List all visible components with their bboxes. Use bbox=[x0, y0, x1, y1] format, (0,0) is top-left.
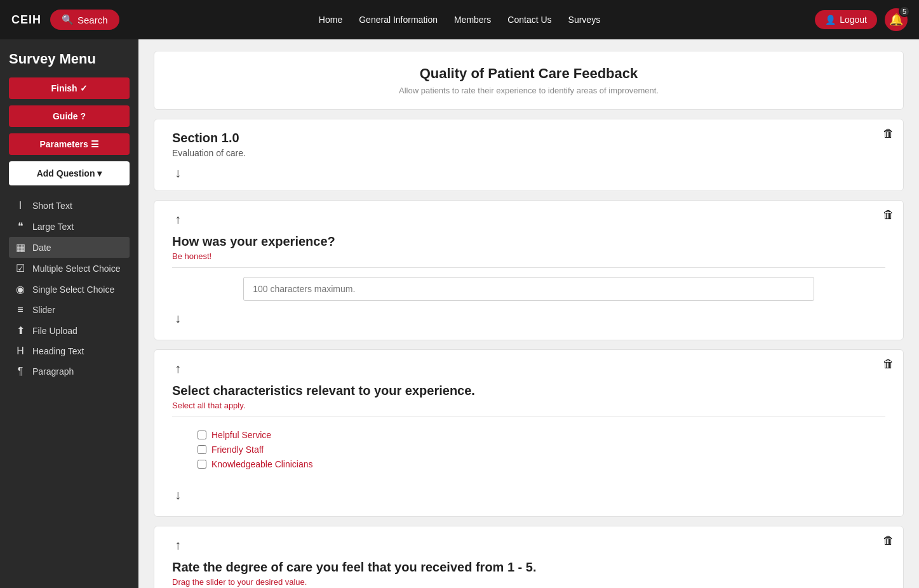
sidebar-item-label: Multiple Select Choice bbox=[32, 264, 121, 274]
sidebar-title: Survey Menu bbox=[9, 51, 130, 67]
user-icon: 👤 bbox=[825, 15, 836, 25]
single-select-icon: ◉ bbox=[14, 283, 27, 295]
paragraph-icon: ¶ bbox=[14, 366, 27, 377]
large-text-icon: ❝ bbox=[14, 220, 27, 232]
section-card: 🗑 Section 1.0 Evaluation of care. ↓ bbox=[154, 119, 904, 191]
option3-checkbox[interactable] bbox=[198, 460, 206, 469]
survey-title: Quality of Patient Care Feedback bbox=[172, 65, 885, 82]
list-item: Helpful Service bbox=[198, 430, 860, 440]
q2-title: Select characteristics relevant to your … bbox=[172, 384, 885, 398]
section-title: Section 1.0 bbox=[172, 131, 885, 145]
sidebar-item-label: Paragraph bbox=[32, 366, 74, 377]
question1-card: ↑ 🗑 How was your experience? Be honest! … bbox=[154, 200, 904, 340]
logout-button[interactable]: 👤 Logout bbox=[815, 10, 877, 29]
sidebar: Survey Menu Finish ✓ Guide ? Parameters … bbox=[0, 39, 138, 588]
guide-button[interactable]: Guide ? bbox=[9, 105, 130, 127]
heading-icon: H bbox=[14, 345, 27, 357]
add-question-button[interactable]: Add Question ▾ bbox=[9, 161, 130, 185]
survey-subtitle: Allow patients to rate their experience … bbox=[172, 86, 885, 95]
nav-contact[interactable]: Contact Us bbox=[507, 15, 551, 25]
list-item: Knowledgeable Clinicians bbox=[198, 459, 860, 469]
sidebar-item-slider[interactable]: ≡ Slider bbox=[9, 300, 130, 320]
sidebar-item-short-text[interactable]: I Short Text bbox=[9, 196, 130, 216]
parameters-button[interactable]: Parameters ☰ bbox=[9, 133, 130, 155]
survey-title-card: Quality of Patient Care Feedback Allow p… bbox=[154, 51, 904, 110]
q3-delete-button[interactable]: 🗑 bbox=[883, 534, 894, 547]
list-item: Friendly Staff bbox=[198, 444, 860, 455]
notification-badge: 5 bbox=[899, 6, 910, 17]
q3-title: Rate the degree of care you feel that yo… bbox=[172, 560, 885, 575]
section-down-arrow[interactable]: ↓ bbox=[172, 164, 184, 182]
date-icon: ▦ bbox=[14, 241, 27, 253]
nav-home[interactable]: Home bbox=[319, 15, 342, 25]
q2-up-arrow[interactable]: ↑ bbox=[172, 360, 184, 377]
option1-label: Helpful Service bbox=[211, 430, 271, 440]
q2-hint: Select all that apply. bbox=[172, 401, 885, 410]
sidebar-item-heading-text[interactable]: H Heading Text bbox=[9, 341, 130, 361]
q1-down-arrow[interactable]: ↓ bbox=[172, 310, 184, 327]
sidebar-item-label: File Upload bbox=[32, 326, 77, 336]
brand-logo: CEIH bbox=[11, 13, 41, 27]
slider-icon: ≡ bbox=[14, 304, 27, 316]
short-text-icon: I bbox=[14, 200, 27, 211]
sidebar-item-label: Slider bbox=[32, 305, 55, 315]
multiple-select-icon: ☑ bbox=[14, 262, 27, 274]
q3-hint: Drag the slider to your desired value. bbox=[172, 577, 885, 587]
sidebar-item-label: Date bbox=[32, 243, 51, 253]
question3-card: ↑ 🗑 Rate the degree of care you feel tha… bbox=[154, 526, 904, 588]
q1-text-input[interactable] bbox=[243, 277, 814, 301]
sidebar-item-label: Heading Text bbox=[32, 346, 84, 356]
question-type-menu: I Short Text ❝ Large Text ▦ Date ☑ Multi… bbox=[9, 196, 130, 382]
q1-up-arrow[interactable]: ↑ bbox=[172, 211, 184, 228]
sidebar-item-date[interactable]: ▦ Date bbox=[9, 237, 130, 258]
option2-checkbox[interactable] bbox=[198, 445, 206, 454]
nav-general-info[interactable]: General Information bbox=[359, 15, 438, 25]
section-delete-button[interactable]: 🗑 bbox=[883, 127, 894, 140]
nav-surveys[interactable]: Surveys bbox=[568, 15, 601, 25]
sidebar-item-label: Short Text bbox=[32, 201, 72, 211]
q2-down-arrow[interactable]: ↓ bbox=[172, 486, 184, 504]
search-button[interactable]: 🔍 Search bbox=[50, 10, 119, 30]
option3-label: Knowledgeable Clinicians bbox=[211, 459, 313, 469]
sidebar-item-single-select[interactable]: ◉ Single Select Choice bbox=[9, 279, 130, 300]
notification-button[interactable]: 🔔 5 bbox=[885, 8, 908, 31]
sidebar-item-file-upload[interactable]: ⬆ File Upload bbox=[9, 320, 130, 341]
sidebar-item-label: Large Text bbox=[32, 222, 74, 232]
q2-options: Helpful Service Friendly Staff Knowledge… bbox=[172, 426, 885, 478]
top-navigation: CEIH 🔍 Search Home General Information M… bbox=[0, 0, 919, 39]
question2-card: ↑ 🗑 Select characteristics relevant to y… bbox=[154, 349, 904, 517]
q2-delete-button[interactable]: 🗑 bbox=[883, 357, 894, 371]
sidebar-item-paragraph[interactable]: ¶ Paragraph bbox=[9, 361, 130, 382]
sidebar-item-label: Single Select Choice bbox=[32, 284, 114, 295]
q3-up-arrow[interactable]: ↑ bbox=[172, 537, 184, 554]
q1-hint: Be honest! bbox=[172, 251, 885, 261]
option1-checkbox[interactable] bbox=[198, 431, 206, 439]
q1-delete-button[interactable]: 🗑 bbox=[883, 208, 894, 222]
q1-title: How was your experience? bbox=[172, 234, 885, 249]
option2-label: Friendly Staff bbox=[211, 444, 264, 455]
search-label: Search bbox=[77, 15, 108, 25]
logout-label: Logout bbox=[840, 15, 867, 25]
file-upload-icon: ⬆ bbox=[14, 324, 27, 337]
search-icon: 🔍 bbox=[62, 14, 74, 25]
nav-links: Home General Information Members Contact… bbox=[319, 15, 600, 25]
section-description: Evaluation of care. bbox=[172, 148, 885, 158]
sidebar-item-multiple-select[interactable]: ☑ Multiple Select Choice bbox=[9, 258, 130, 279]
finish-button[interactable]: Finish ✓ bbox=[9, 77, 130, 99]
sidebar-item-large-text[interactable]: ❝ Large Text bbox=[9, 216, 130, 237]
nav-members[interactable]: Members bbox=[454, 15, 491, 25]
main-content: Quality of Patient Care Feedback Allow p… bbox=[138, 39, 919, 588]
